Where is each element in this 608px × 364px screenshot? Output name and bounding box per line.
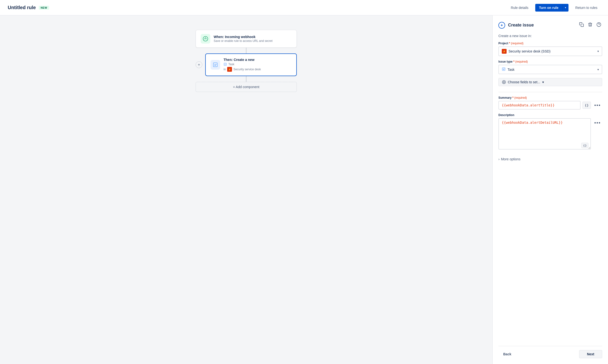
summary-insert-variable-button[interactable]: { }	[582, 102, 591, 109]
rule-title: Untitled rule	[8, 5, 36, 10]
more-options-label: More options	[501, 157, 521, 161]
workflow: When: Incoming webhook Save or enable ru…	[196, 30, 297, 92]
help-button[interactable]	[595, 21, 602, 29]
description-more-options-button[interactable]: •••	[593, 119, 602, 127]
svg-rect-8	[502, 68, 505, 71]
issue-type-select-inner: Task	[502, 67, 515, 72]
return-to-rules-button[interactable]: Return to rules	[572, 4, 600, 12]
project-icon-small: ⚡	[227, 67, 232, 72]
then-node-wrapper: + Then: Create a new	[196, 53, 297, 76]
trigger-node-subtitle: Save or enable rule to access URL and se…	[214, 39, 272, 43]
panel-title: Create issue	[508, 23, 534, 28]
svg-rect-5	[581, 24, 584, 27]
gear-icon	[502, 80, 506, 84]
description-textarea[interactable]	[498, 118, 591, 150]
more-options-link[interactable]: › More options	[498, 156, 602, 162]
right-panel: + Create issue	[492, 15, 608, 364]
project-chevron-icon: ▾	[597, 50, 599, 53]
svg-point-9	[503, 82, 504, 83]
issue-type-chevron-icon: ▾	[597, 68, 599, 71]
description-wrapper: { }	[498, 118, 591, 150]
panel-header: + Create issue	[498, 21, 602, 29]
action-task-label: Task	[228, 63, 234, 66]
action-in-label: in	[224, 68, 226, 71]
connector-1	[246, 48, 246, 53]
topbar-right: Rule details Turn on rule ▾ Return to ru…	[508, 4, 600, 12]
topbar: Untitled rule NEW Rule details Turn on r…	[0, 0, 608, 15]
summary-input[interactable]	[498, 101, 581, 110]
panel-title-area: + Create issue	[498, 22, 534, 29]
action-project-label: Security service desk	[233, 68, 261, 71]
copy-icon	[579, 22, 584, 27]
back-button[interactable]: Back	[498, 350, 516, 358]
main-content: When: Incoming webhook Save or enable ru…	[0, 15, 608, 364]
turn-on-btn-group: Turn on rule ▾	[535, 4, 569, 12]
choose-fields-button[interactable]: Choose fields to set... ▾	[498, 78, 602, 86]
canvas-area: When: Incoming webhook Save or enable ru…	[0, 15, 492, 364]
project-icon: ⚡	[502, 49, 507, 54]
action-node-project: in ⚡ Security service desk	[224, 67, 261, 72]
description-insert-variable-button[interactable]: { }	[581, 143, 588, 148]
issue-type-select[interactable]: Task ▾	[498, 65, 602, 74]
add-component-button[interactable]: + Add component	[196, 82, 297, 92]
action-node[interactable]: Then: Create a new Task in ⚡	[205, 53, 297, 76]
trigger-node-text: When: Incoming webhook Save or enable ru…	[214, 35, 272, 43]
task-icon	[213, 62, 218, 67]
svg-rect-3	[213, 63, 218, 67]
rule-details-button[interactable]: Rule details	[508, 4, 531, 12]
task-select-icon	[502, 67, 506, 72]
trigger-node[interactable]: When: Incoming webhook Save or enable ru…	[196, 30, 297, 48]
svg-rect-4	[224, 63, 227, 66]
webhook-icon	[202, 36, 209, 42]
turn-on-dropdown-button[interactable]: ▾	[562, 4, 568, 12]
trash-icon	[588, 22, 593, 27]
turn-on-button[interactable]: Turn on rule	[535, 4, 562, 12]
copy-button[interactable]	[578, 21, 585, 29]
description-field-label: Description	[498, 113, 602, 117]
action-node-text: Then: Create a new Task in ⚡	[224, 58, 261, 72]
summary-more-options-button[interactable]: •••	[593, 102, 602, 109]
project-select-inner: ⚡ Security service desk (SSD)	[502, 49, 550, 54]
help-icon	[596, 22, 601, 27]
new-badge: NEW	[39, 6, 49, 10]
panel-subtitle: Create a new issue in:	[498, 34, 602, 38]
delete-button[interactable]	[587, 21, 594, 29]
panel-add-icon: +	[498, 22, 505, 29]
summary-row: { } •••	[498, 101, 602, 110]
task-sub-icon	[224, 63, 227, 66]
project-value: Security service desk (SSD)	[509, 49, 550, 53]
webhook-icon-bg	[201, 34, 210, 44]
panel-footer: Back Next	[498, 346, 602, 358]
choose-fields-chevron: ▾	[542, 80, 544, 84]
action-node-title: Then: Create a new	[224, 58, 261, 62]
issue-type-field-label: Issue type * (required)	[498, 60, 602, 63]
trigger-node-title: When: Incoming webhook	[214, 35, 272, 39]
add-before-then-button[interactable]: +	[196, 61, 202, 68]
action-node-sub: Task	[224, 63, 261, 66]
issue-type-value: Task	[508, 68, 515, 72]
divider-1	[498, 92, 602, 92]
project-field-label: Project * (required)	[498, 42, 602, 45]
project-select[interactable]: ⚡ Security service desk (SSD) ▾	[498, 46, 602, 56]
more-options-chevron-icon: ›	[498, 157, 500, 161]
next-button[interactable]: Next	[579, 350, 602, 358]
task-icon-bg	[211, 60, 220, 70]
topbar-left: Untitled rule NEW	[8, 5, 49, 10]
choose-fields-label: Choose fields to set...	[508, 80, 540, 84]
summary-field-label: Summary * (required)	[498, 96, 602, 99]
connector-2	[246, 76, 246, 82]
panel-actions	[578, 21, 602, 29]
